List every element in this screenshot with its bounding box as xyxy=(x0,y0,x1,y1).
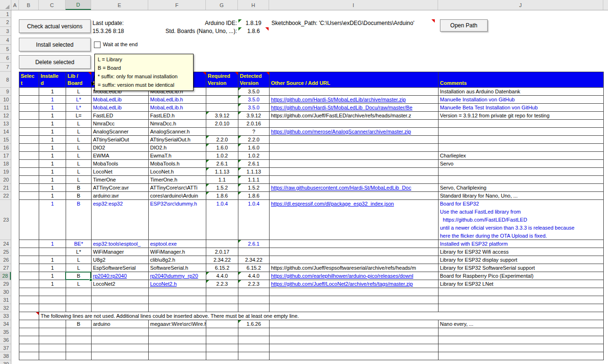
cell-file-18[interactable]: MobaTools.h xyxy=(149,160,206,168)
check-actual-versions-button[interactable]: Check actual versions xyxy=(19,19,91,33)
cell-name-10[interactable]: MobaLedLib xyxy=(92,96,149,104)
cell-comment-19[interactable] xyxy=(439,168,604,176)
cell-E38[interactable] xyxy=(92,352,149,360)
cell-required-20[interactable]: 1.1 xyxy=(206,176,238,184)
cell-detected-11[interactable]: 3.5.0 xyxy=(238,104,270,112)
cell-required-15[interactable]: 2.2.0 xyxy=(206,136,238,144)
cell-file-17[interactable]: EwmaT.h xyxy=(149,152,206,160)
row-header-17[interactable]: 17 xyxy=(0,152,11,160)
row-header-39[interactable]: 39 xyxy=(0,360,11,364)
cell-select-18[interactable] xyxy=(19,160,39,168)
cell-I37[interactable] xyxy=(270,344,439,352)
cell-url-15[interactable] xyxy=(270,136,439,144)
cell-C38[interactable] xyxy=(39,352,66,360)
cell-G32[interactable] xyxy=(206,304,238,312)
cell-file-25[interactable]: WiFiManager.h xyxy=(149,248,206,256)
cell-G37[interactable] xyxy=(206,344,238,352)
cell-url-26[interactable] xyxy=(270,256,439,264)
cell-libboard-type-19[interactable]: L xyxy=(66,168,92,176)
cell-required-23[interactable]: 1.0.4 xyxy=(206,200,238,240)
cell-comment-11[interactable]: Manuelle Beta Test Installation von GitH… xyxy=(439,104,604,112)
cell-H35[interactable] xyxy=(238,328,270,336)
cell-libboard-type-17[interactable]: L xyxy=(66,152,92,160)
cell-installed-18[interactable]: 1 xyxy=(39,160,66,168)
row-header-37[interactable]: 37 xyxy=(0,344,11,352)
cell-J37[interactable] xyxy=(439,344,604,352)
row-header-19[interactable]: 19 xyxy=(0,168,11,176)
row-header-6[interactable]: 6 xyxy=(0,54,11,63)
cell-C35[interactable] xyxy=(39,328,66,336)
cell-E36[interactable] xyxy=(92,336,149,344)
cell-I30[interactable] xyxy=(270,288,439,296)
cell-select-24[interactable] xyxy=(19,240,39,248)
cell-detected-34[interactable]: 1.6.26 xyxy=(238,320,270,328)
cell-name-15[interactable]: ATtinySerialOut xyxy=(92,136,149,144)
cell-file-19[interactable]: LocoNet.h xyxy=(149,168,206,176)
cell-name-13[interactable]: NmraDcc xyxy=(92,120,149,128)
cell-E31[interactable] xyxy=(92,296,149,304)
cell-url-18[interactable] xyxy=(270,160,439,168)
cell-installed-27[interactable]: 1 xyxy=(39,264,66,272)
cell-libboard-type-10[interactable]: L* xyxy=(66,96,92,104)
cell-comment-22[interactable]: Standard library for Nano, Uno, ... xyxy=(439,192,604,200)
cell-libboard-type-25[interactable]: L* xyxy=(66,248,92,256)
cell-J30[interactable] xyxy=(439,288,604,296)
cell-detected-16[interactable]: 1.6.0 xyxy=(238,144,270,152)
cell-libboard-type-15[interactable]: L xyxy=(66,136,92,144)
cell-F36[interactable] xyxy=(149,336,206,344)
row-header-23[interactable]: 23 xyxy=(0,200,11,240)
cell-J36[interactable] xyxy=(439,336,604,344)
cell-libboard-type-20[interactable]: L xyxy=(66,176,92,184)
row-header-11[interactable]: 11 xyxy=(0,104,11,112)
cell-file-23[interactable]: ESP32\src\dummy.h xyxy=(149,200,206,240)
cell-installed-10[interactable]: 1 xyxy=(39,96,66,104)
cell-select-12[interactable] xyxy=(19,112,39,120)
cell-libboard-type-27[interactable]: L xyxy=(66,264,92,272)
cell-H32[interactable] xyxy=(238,304,270,312)
cell-installed-12[interactable]: 1 xyxy=(39,112,66,120)
cell-file-29[interactable]: LocoNet2.h xyxy=(149,280,206,288)
cell-libboard-type-16[interactable]: L xyxy=(66,144,92,152)
cell-D38[interactable] xyxy=(66,352,92,360)
cell-select-25[interactable] xyxy=(19,248,39,256)
cell-D30[interactable] xyxy=(66,288,92,296)
row-header-24[interactable]: 24 xyxy=(0,240,11,248)
cell-comment-23[interactable]: Board for ESP32 Use the actual FastLed l… xyxy=(439,200,604,240)
cell-comment-14[interactable] xyxy=(439,128,604,136)
cell-detected-14[interactable]: ? xyxy=(238,128,270,136)
row-header-1[interactable]: 1 xyxy=(0,10,11,18)
cell-detected-24[interactable]: 2.6.1 xyxy=(238,240,270,248)
cell-select-17[interactable] xyxy=(19,152,39,160)
cell-name-22[interactable]: arduino:avr xyxy=(92,192,149,200)
cell-installed-11[interactable]: 1 xyxy=(39,104,66,112)
cell-file-16[interactable]: DIO2.h xyxy=(149,144,206,152)
cell-file-22[interactable]: cores\arduino\Arduin xyxy=(149,192,206,200)
cell-libboard-type-29[interactable]: L xyxy=(66,280,92,288)
cell-name-27[interactable]: EspSoftwareSerial xyxy=(92,264,149,272)
cell-name-26[interactable]: U8g2 xyxy=(92,256,149,264)
cell-url-21[interactable]: https://raw.githubusercontent.com/Hardi-… xyxy=(270,184,439,192)
cell-select-34[interactable] xyxy=(19,320,39,328)
cell-comment-34[interactable]: Nano every, ... xyxy=(439,320,604,328)
cell-select-13[interactable] xyxy=(19,120,39,128)
row-header-35[interactable]: 35 xyxy=(0,328,11,336)
cell-select-16[interactable] xyxy=(19,144,39,152)
row-header-7[interactable]: 7 xyxy=(0,63,11,72)
cell-libboard-type-22[interactable]: B xyxy=(66,192,92,200)
cell-name-11[interactable]: MobaLedLib xyxy=(92,104,149,112)
cell-file-12[interactable]: FastLED.h xyxy=(149,112,206,120)
cell-comment-20[interactable] xyxy=(439,176,604,184)
cell-libboard-type-13[interactable]: L xyxy=(66,120,92,128)
cell-url-10[interactable]: https://github.com/Hardi-St/MobaLedLib/a… xyxy=(270,96,439,104)
cell-name-34[interactable]: arduino xyxy=(92,320,149,328)
cell-E30[interactable] xyxy=(92,288,149,296)
cell-comment-9[interactable]: Installation aus Arduino Datenbank xyxy=(439,88,604,96)
cell-url-16[interactable] xyxy=(270,144,439,152)
cell-select-26[interactable] xyxy=(19,256,39,264)
cell-url-28[interactable]: https://github.com/earlephilhower/arduin… xyxy=(270,272,439,280)
cell-select-23[interactable] xyxy=(19,200,39,240)
row-header-12[interactable]: 12 xyxy=(0,112,11,120)
cell-detected-15[interactable]: 2.2.0 xyxy=(238,136,270,144)
cell-detected-18[interactable]: 2.6.1 xyxy=(238,160,270,168)
cell-comment-24[interactable]: Installed with ESP32 platform xyxy=(439,240,604,248)
